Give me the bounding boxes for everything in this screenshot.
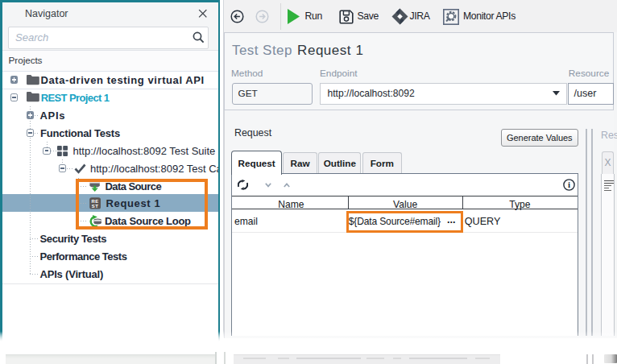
svg-text:i: i xyxy=(568,180,570,189)
